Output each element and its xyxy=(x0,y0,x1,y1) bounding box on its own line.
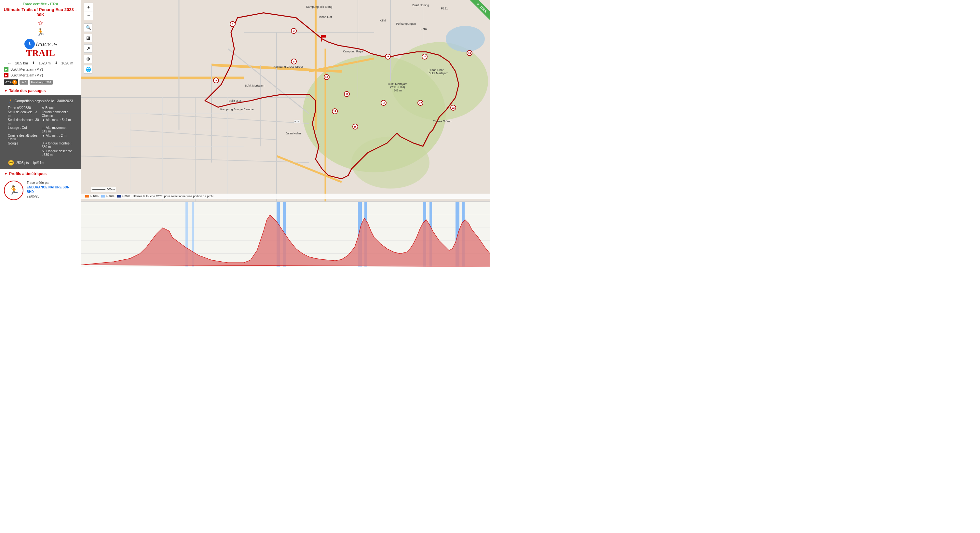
left-panel: Trace certifiée - ITRA Ultimate Trails o… xyxy=(0,0,81,266)
svg-rect-34 xyxy=(322,35,326,38)
longue-montee: ↗ + longue montée : 530 m xyxy=(42,142,73,149)
creator-info: Trace créée par ENDURANCE NATURE SDN BHD… xyxy=(27,181,77,199)
zoom-in-button[interactable]: + xyxy=(84,3,93,11)
altitude-section[interactable] xyxy=(81,201,490,266)
logo-trail-text: TRAIL xyxy=(26,48,55,58)
end-location-row: ▶ Bukit Mertajam (MY) xyxy=(0,72,81,78)
dark-section: 🏃 Compétition organisée le 13/08/2023 Tr… xyxy=(0,95,81,169)
alti-moyenne: — Alti. moyenne : 142 m xyxy=(42,126,73,133)
lissage: Lissage : Oui xyxy=(8,126,39,133)
longue-descente: ↘ + longue descente : 530 m xyxy=(42,150,73,156)
start-location: Bukit Mertajam (MY) xyxy=(10,67,43,71)
globe-button[interactable]: 🌐 xyxy=(84,65,92,73)
badges-row: iTRA 1 ⛰ 6 Finisher 🏁 202 xyxy=(0,78,81,87)
finisher-badge: Finisher 🏁 202 xyxy=(30,80,53,84)
arrow-icon: ↔ xyxy=(8,61,11,65)
runner-icon: 🏃 xyxy=(0,28,81,37)
profile-hint: > 10% > 20% > 30% Utilisez la touche CTR… xyxy=(81,194,490,199)
scale-bar: 500 m xyxy=(91,187,116,192)
search-button[interactable]: 🔍 xyxy=(84,24,92,32)
zoom-out-button[interactable]: − xyxy=(84,11,93,20)
itra-badge: iTRA 1 xyxy=(4,80,18,85)
details-grid: Trace n°220880 ↺ Boucle Seuil de dénivel… xyxy=(4,104,77,159)
alti-max: ▲ Alti. max. : 544 m xyxy=(42,118,73,125)
end-location: Bukit Mertajam (MY) xyxy=(10,73,43,77)
right-panel: + − 🔍 ⊞ ↗ ⊕ 🌐 ● ITRA 4 2 6 8 xyxy=(81,0,490,266)
creator-name[interactable]: ENDURANCE NATURE SDN BHD xyxy=(27,185,77,194)
svg-rect-33 xyxy=(321,35,322,41)
creator-date: 22/05/23 xyxy=(27,194,77,199)
elevation-up-icon: ⬆ xyxy=(32,61,35,65)
certified-banner: Trace certifiée - ITRA xyxy=(0,0,81,6)
seuil-distance: Seuil de distance : 30 m xyxy=(8,118,39,125)
seuil-denivele: Seuil de dénivelé : 3 m xyxy=(8,110,39,118)
score-icon: 😊 xyxy=(8,160,14,166)
competition-label: Compétition organisée le 13/08/2023 xyxy=(14,99,73,103)
logo-trace-text: trace de xyxy=(36,40,57,48)
map-controls[interactable]: + − 🔍 ⊞ ↗ ⊕ 🌐 xyxy=(84,3,93,73)
score-label: 2505 pts – 1pt/11m xyxy=(16,161,44,165)
competition-row: 🏃 Compétition organisée le 13/08/2023 xyxy=(4,97,77,104)
distance-value: 28.5 km xyxy=(15,61,28,65)
boucle: ↺ Boucle xyxy=(42,106,73,110)
slope-hint-text: Utilisez la touche CTRL pour sélectionne… xyxy=(133,194,213,198)
itra-ribbon: ● ITRA xyxy=(457,0,490,33)
elevation-down-value: 1620 m xyxy=(62,61,73,65)
race-title: Ultimate Trails of Penang Eco 2023 – 30K xyxy=(0,6,81,19)
layers-button[interactable]: ⊞ xyxy=(84,34,92,42)
passages-section-header[interactable]: ▼ Table des passages xyxy=(0,87,81,95)
arrow-button[interactable]: ↗ xyxy=(84,44,92,53)
terrain: Terrain dominant : Chemin xyxy=(42,110,73,118)
svg-point-1 xyxy=(29,42,30,43)
creator-section: 🏃 Trace créée par ENDURANCE NATURE SDN B… xyxy=(0,178,81,203)
plus-button[interactable]: ⊕ xyxy=(84,55,92,63)
origine: Origine des altitudes : MNT xyxy=(8,134,39,141)
start-icon: ▶ xyxy=(4,67,8,72)
end-icon: ▶ xyxy=(4,73,8,78)
start-location-row: ▶ Bukit Mertajam (MY) xyxy=(0,66,81,72)
profils-section-header[interactable]: ▼ Profils altimétriques xyxy=(0,169,81,178)
created-by-label: Trace créée par xyxy=(27,181,77,185)
logo-area: trace de TRAIL xyxy=(0,37,81,60)
altitude-svg xyxy=(81,202,490,266)
elevation-down-icon: ⬇ xyxy=(55,61,57,65)
map-area[interactable]: + − 🔍 ⊞ ↗ ⊕ 🌐 ● ITRA 4 2 6 8 xyxy=(81,0,490,201)
elevation-up-value: 1620 m xyxy=(39,61,51,65)
star-area[interactable]: ☆ xyxy=(0,19,81,28)
creator-icon: 🏃 xyxy=(4,181,24,200)
score-row: 😊 2505 pts – 1pt/11m xyxy=(4,159,77,167)
stats-row: ↔ 28.5 km ⬆ 1620 m ⬇ 1620 m xyxy=(0,60,81,66)
mountain-badge: ⛰ 6 xyxy=(19,80,28,84)
google: Google xyxy=(8,142,39,149)
alti-min: ▼ Alti. min. : 2 m xyxy=(42,134,73,141)
trace-num: Trace n°220880 xyxy=(8,106,39,110)
itra-ribbon-label: ● ITRA xyxy=(468,0,490,21)
competition-icon: 🏃 xyxy=(8,99,13,103)
map-svg xyxy=(81,0,490,201)
